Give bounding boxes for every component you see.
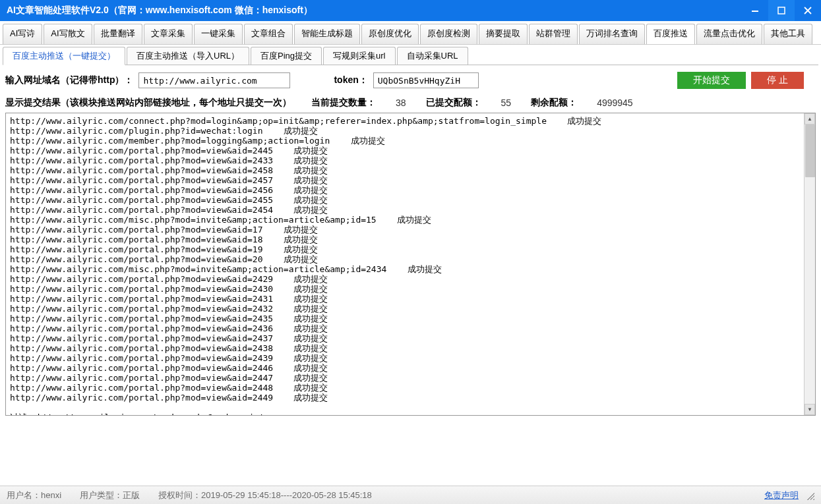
main-tab-9[interactable]: 摘要提取 <box>479 24 528 44</box>
scroll-up-icon[interactable]: ▲ <box>805 113 815 125</box>
submitted-quota-label: 已提交配额： <box>426 97 481 109</box>
auth-time-value: 2019-05-29 15:45:18----2020-05-28 15:45:… <box>201 490 372 500</box>
main-tab-10[interactable]: 站群管理 <box>529 24 578 44</box>
disclaimer-link[interactable]: 免责声明 <box>764 490 799 501</box>
user-label: 用户名： <box>7 490 41 501</box>
info-row: 显示提交结果（该模块推送网站内部链接地址，每个地址只提交一次） 当前提交数量： … <box>0 96 821 113</box>
main-tab-11[interactable]: 万词排名查询 <box>579 24 645 44</box>
sub-tab-4[interactable]: 自动采集URL <box>397 47 468 65</box>
maximize-button[interactable] <box>768 0 795 21</box>
main-tab-1[interactable]: AI写散文 <box>44 24 92 44</box>
main-tab-14[interactable]: 其他工具 <box>764 24 812 44</box>
domain-label: 输入网址域名（记得带http）： <box>5 74 133 86</box>
remaining-quota-label: 剩余配额： <box>531 97 577 109</box>
main-tab-7[interactable]: 原创度优化 <box>361 24 419 44</box>
main-tab-2[interactable]: 批量翻译 <box>94 24 142 44</box>
submitted-quota-value: 55 <box>501 98 512 108</box>
main-tab-0[interactable]: AI写诗 <box>3 24 42 44</box>
form-row: 输入网址域名（记得带http）： token： 开始提交 停 止 <box>0 65 821 96</box>
remaining-quota-value: 4999945 <box>597 98 633 108</box>
main-tab-6[interactable]: 智能生成标题 <box>294 24 360 44</box>
current-count-value: 38 <box>396 98 406 108</box>
scrollbar[interactable]: ▲ ▼ <box>804 113 815 415</box>
sub-tab-2[interactable]: 百度Ping提交 <box>251 47 322 65</box>
token-input[interactable] <box>373 72 479 88</box>
scroll-thumb[interactable] <box>805 125 815 177</box>
close-icon <box>804 7 812 14</box>
sub-tab-1[interactable]: 百度主动推送（导入URL） <box>127 47 249 65</box>
log-content: http://www.ailyric.com/connect.php?mod=l… <box>6 113 804 415</box>
token-label: token： <box>334 74 367 86</box>
status-bar: 用户名： henxi 用户类型： 正版 授权时间： 2019-05-29 15:… <box>0 486 821 504</box>
main-tab-5[interactable]: 文章组合 <box>244 24 293 44</box>
main-tab-8[interactable]: 原创度检测 <box>420 24 477 44</box>
scroll-down-icon[interactable]: ▼ <box>805 404 815 415</box>
minimize-icon <box>751 7 759 14</box>
svg-line-3 <box>805 7 811 14</box>
sub-tabs: 百度主动推送（一键提交）百度主动推送（导入URL）百度Ping提交写规则采集ur… <box>0 45 821 65</box>
minimize-button[interactable] <box>742 0 768 21</box>
close-button[interactable] <box>795 0 821 21</box>
window-title: AI文章智能处理软件V2.0（官网：www.henxisoft.com 微信：h… <box>7 5 742 16</box>
domain-input[interactable] <box>138 72 290 88</box>
main-tab-12[interactable]: 百度推送 <box>646 24 695 44</box>
main-tabs: AI写诗AI写散文批量翻译文章采集一键采集文章组合智能生成标题原创度优化原创度检… <box>0 21 821 45</box>
start-submit-button[interactable]: 开始提交 <box>677 72 746 89</box>
stop-button[interactable]: 停 止 <box>751 72 804 89</box>
user-type-value: 正版 <box>123 490 140 501</box>
svg-rect-0 <box>752 11 758 12</box>
sub-tab-0[interactable]: 百度主动推送（一键提交） <box>3 47 125 65</box>
resize-grip-icon[interactable] <box>805 491 814 500</box>
svg-line-2 <box>805 7 811 14</box>
current-count-label: 当前提交数量： <box>311 97 376 109</box>
main-tab-3[interactable]: 文章采集 <box>144 24 193 44</box>
sub-tab-3[interactable]: 写规则采集url <box>323 47 395 65</box>
log-textarea[interactable]: http://www.ailyric.com/connect.php?mod=l… <box>5 113 816 416</box>
user-type-label: 用户类型： <box>80 490 123 501</box>
main-tab-13[interactable]: 流量点击优化 <box>696 24 762 44</box>
user-value: henxi <box>41 490 61 500</box>
maximize-icon <box>777 7 785 14</box>
main-tab-4[interactable]: 一键采集 <box>194 24 243 44</box>
svg-rect-1 <box>778 7 785 14</box>
auth-time-label: 授权时间： <box>158 490 201 501</box>
title-bar: AI文章智能处理软件V2.0（官网：www.henxisoft.com 微信：h… <box>0 0 821 21</box>
result-label: 显示提交结果（该模块推送网站内部链接地址，每个地址只提交一次） <box>5 97 291 109</box>
